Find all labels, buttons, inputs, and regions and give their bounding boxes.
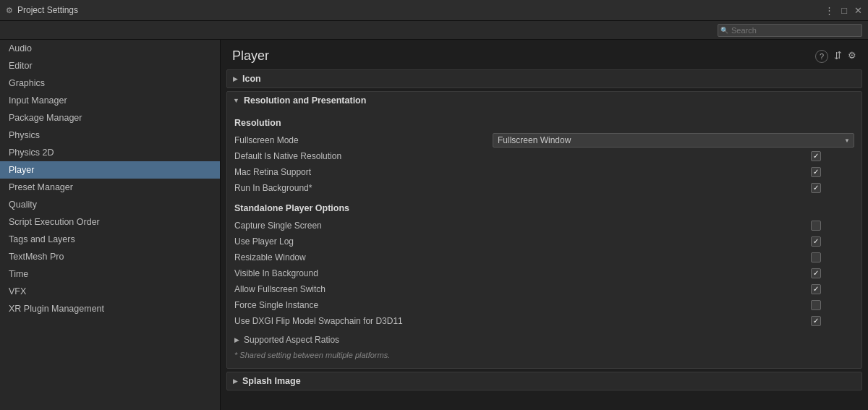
icon-section-header[interactable]: ▶ Icon <box>227 70 861 87</box>
sidebar-item-player[interactable]: Player <box>0 161 220 179</box>
supported-aspect-arrow: ▶ <box>234 336 239 343</box>
resizable-window-row: Resizable Window <box>234 249 854 265</box>
dxgi-flip-row: Use DXGI Flip Model Swapchain for D3D11 <box>234 313 854 329</box>
title-bar: ⚙ Project Settings ⋮ □ ✕ <box>0 0 868 21</box>
main-container: AudioEditorGraphicsInput ManagerPackage … <box>0 40 868 410</box>
search-bar: 🔍 <box>0 21 868 40</box>
visible-in-background-checkbox[interactable] <box>811 268 821 278</box>
search-icon-wrap: 🔍 <box>718 24 862 37</box>
native-resolution-control <box>811 151 854 161</box>
right-panel: Player ? ⇵ ⚙ ▶ Icon ▼ Resolution and Pre… <box>221 40 868 410</box>
dxgi-flip-checkbox[interactable] <box>811 316 821 326</box>
allow-fullscreen-switch-label: Allow Fullscreen Switch <box>234 284 811 294</box>
sidebar-item-preset-manager[interactable]: Preset Manager <box>0 179 220 196</box>
help-icon[interactable]: ? <box>815 50 828 63</box>
sidebar-item-quality[interactable]: Quality <box>0 196 220 213</box>
mac-retina-label: Mac Retina Support <box>234 167 811 177</box>
resolution-section-body: Resolution Fullscreen Mode Fullscreen Wi… <box>227 109 861 368</box>
run-in-background-label: Run In Background* <box>234 183 811 193</box>
sidebar-item-time[interactable]: Time <box>0 265 220 283</box>
sidebar-item-package-manager[interactable]: Package Manager <box>0 109 220 127</box>
icon-section: ▶ Icon <box>226 69 862 88</box>
sidebar-item-script-execution-order[interactable]: Script Execution Order <box>0 213 220 231</box>
use-player-log-label: Use Player Log <box>234 236 811 247</box>
sidebar-item-graphics[interactable]: Graphics <box>0 74 220 92</box>
shared-setting-note: * Shared setting between multiple platfo… <box>234 348 854 361</box>
close-icon[interactable]: ✕ <box>854 5 862 16</box>
sidebar-item-textmesh-pro[interactable]: TextMesh Pro <box>0 248 220 265</box>
player-title: Player <box>232 48 269 64</box>
mac-retina-row: Mac Retina Support <box>234 164 854 180</box>
resizable-window-checkbox[interactable] <box>811 252 821 262</box>
more-icon[interactable]: ⋮ <box>825 5 834 16</box>
visible-in-background-control <box>811 268 854 278</box>
sidebar-item-tags-and-layers[interactable]: Tags and Layers <box>0 231 220 248</box>
resolution-section-title: Resolution and Presentation <box>244 95 366 106</box>
resizable-window-label: Resizable Window <box>234 252 811 262</box>
force-single-instance-control <box>811 300 854 310</box>
supported-aspect-row[interactable]: ▶ Supported Aspect Ratios <box>234 332 854 348</box>
splash-section-title: Splash Image <box>242 376 301 386</box>
allow-fullscreen-switch-checkbox[interactable] <box>811 284 821 294</box>
gear-icon: ⚙ <box>6 6 13 15</box>
restore-icon[interactable]: □ <box>841 5 847 16</box>
standalone-subsection-title: Standalone Player Options <box>234 203 854 213</box>
native-resolution-checkbox[interactable] <box>811 151 821 161</box>
force-single-instance-row: Force Single Instance <box>234 297 854 313</box>
visible-in-background-label: Visible In Background <box>234 268 811 278</box>
native-resolution-label: Default Is Native Resolution <box>234 151 811 161</box>
settings-content: ▶ Icon ▼ Resolution and Presentation Res… <box>221 69 868 410</box>
player-header: Player ? ⇵ ⚙ <box>221 40 868 69</box>
icon-section-arrow: ▶ <box>233 75 238 82</box>
settings-icon[interactable]: ⚙ <box>848 50 856 63</box>
supported-aspect-label: Supported Aspect Ratios <box>244 335 339 345</box>
use-player-log-row: Use Player Log <box>234 234 854 249</box>
native-resolution-row: Default Is Native Resolution <box>234 148 854 164</box>
sidebar-item-physics[interactable]: Physics <box>0 127 220 144</box>
window-title: Project Settings <box>17 5 78 15</box>
use-player-log-control <box>811 236 854 247</box>
resolution-section-header[interactable]: ▼ Resolution and Presentation <box>227 92 861 109</box>
capture-single-screen-control <box>811 221 854 231</box>
icon-section-title: Icon <box>242 74 261 84</box>
search-input[interactable] <box>718 24 862 37</box>
allow-fullscreen-switch-control <box>811 284 854 294</box>
resizable-window-control <box>811 252 854 262</box>
sidebar-item-vfx[interactable]: VFX <box>0 283 220 300</box>
fullscreen-mode-label: Fullscreen Mode <box>234 135 493 145</box>
mac-retina-checkbox[interactable] <box>811 167 821 177</box>
dxgi-flip-control <box>811 316 854 326</box>
use-player-log-checkbox[interactable] <box>811 236 821 247</box>
sidebar-item-audio[interactable]: Audio <box>0 40 220 57</box>
run-in-background-checkbox[interactable] <box>811 183 821 193</box>
dxgi-flip-label: Use DXGI Flip Model Swapchain for D3D11 <box>234 316 811 326</box>
sidebar: AudioEditorGraphicsInput ManagerPackage … <box>0 40 221 410</box>
run-in-background-control <box>811 183 854 193</box>
force-single-instance-label: Force Single Instance <box>234 300 811 310</box>
window-controls[interactable]: ⋮ □ ✕ <box>825 5 862 16</box>
splash-section-header[interactable]: ▶ Splash Image <box>227 372 861 390</box>
sidebar-item-editor[interactable]: Editor <box>0 57 220 74</box>
capture-single-screen-checkbox[interactable] <box>811 221 821 231</box>
resolution-subsection-title: Resolution <box>234 118 854 128</box>
resolution-section-arrow: ▼ <box>233 97 239 104</box>
sidebar-item-physics-2d[interactable]: Physics 2D <box>0 144 220 161</box>
allow-fullscreen-switch-row: Allow Fullscreen Switch <box>234 281 854 297</box>
visible-in-background-row: Visible In Background <box>234 265 854 281</box>
capture-single-screen-label: Capture Single Screen <box>234 221 811 231</box>
mac-retina-control <box>811 167 854 177</box>
sidebar-item-input-manager[interactable]: Input Manager <box>0 92 220 109</box>
run-in-background-row: Run In Background* <box>234 180 854 196</box>
dock-icon[interactable]: ⇵ <box>834 50 842 63</box>
sidebar-item-xr-plugin-management[interactable]: XR Plugin Management <box>0 300 220 317</box>
fullscreen-mode-row: Fullscreen Mode Fullscreen Window Exclus… <box>234 132 854 148</box>
splash-section-arrow: ▶ <box>233 377 238 385</box>
capture-single-screen-row: Capture Single Screen <box>234 218 854 234</box>
fullscreen-mode-dropdown-wrapper[interactable]: Fullscreen Window Exclusive Fullscreen W… <box>493 133 854 148</box>
fullscreen-mode-dropdown[interactable]: Fullscreen Window Exclusive Fullscreen W… <box>493 133 854 148</box>
force-single-instance-checkbox[interactable] <box>811 300 821 310</box>
resolution-section: ▼ Resolution and Presentation Resolution… <box>226 91 862 369</box>
player-header-icons[interactable]: ? ⇵ ⚙ <box>815 50 856 63</box>
splash-section: ▶ Splash Image <box>226 372 862 390</box>
